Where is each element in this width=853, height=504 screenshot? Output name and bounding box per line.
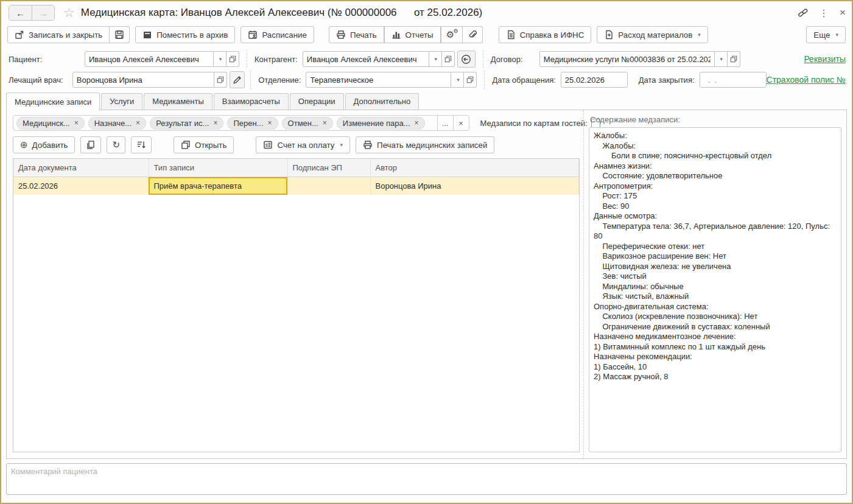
print-button[interactable]: Печать [329,26,384,43]
app-window: ← → ☆ Медицинская карта: Иванцов Алексей… [0,0,853,504]
gears-icon: ⚙⚙ [446,29,457,40]
page-title: Медицинская карта: Иванцов Алексей Алекс… [81,7,793,19]
department-open-button[interactable] [464,72,477,88]
close-date-input[interactable] [700,72,767,88]
patient-field-group: ▾ [85,51,239,67]
contract-input[interactable] [539,51,715,67]
tab-medical-records[interactable]: Медицинские записи [6,93,100,110]
add-icon: ⊕ [20,139,28,150]
invoice-icon: $ [263,140,273,150]
calendar-icon [248,30,258,40]
chip-close-icon[interactable]: × [323,119,327,127]
chip-close-icon[interactable]: × [136,119,140,127]
paperclip-icon [468,30,477,40]
open-icon [466,76,474,83]
column-header-date[interactable]: Дата документа [13,159,149,177]
counterparty-open-button[interactable] [442,51,455,67]
materials-expense-button[interactable]: Расход материалов ▾ [597,26,708,43]
tab-operations[interactable]: Операции [290,93,344,110]
doctor-field-group [72,72,227,88]
refresh-icon: ↻ [112,139,120,150]
sort-button[interactable] [131,136,152,153]
filter-chip[interactable]: Изменение пара...× [337,117,425,130]
patient-dropdown-button[interactable]: ▾ [214,51,226,67]
favorite-star-icon[interactable]: ☆ [63,5,75,20]
fill-from-patient-button[interactable] [457,51,476,68]
open-record-button[interactable]: Открыть [174,136,234,153]
tab-medications[interactable]: Медикаменты [144,93,212,110]
counterparty-input[interactable] [303,51,429,67]
tab-settlements[interactable]: Взаиморасчеты [214,93,289,110]
contract-field-group: ▾ [539,51,740,67]
close-date-label: Дата закрытия: [639,75,695,85]
forward-button[interactable]: → [32,5,54,20]
med-record-panel: Содержание медзаписи: Жалобы: Жалобы: Бо… [583,110,846,458]
nav-history-group: ← → [9,5,55,21]
department-input[interactable] [306,72,451,88]
open-icon [181,140,191,150]
visit-date-input[interactable] [561,72,628,88]
filter-chip[interactable]: Назначе...× [88,117,146,130]
copy-record-button[interactable] [80,136,101,153]
cell-type[interactable]: Приём врача-терапевта [149,177,287,195]
more-actions-button[interactable]: Еще ▾ [806,26,846,43]
med-record-content[interactable]: Жалобы: Жалобы: Боли в спине; пояснично-… [589,127,841,452]
filter-clear-button[interactable]: × [453,116,469,130]
close-icon[interactable]: × [840,7,846,19]
column-header-signed[interactable]: Подписан ЭП [287,159,370,177]
filter-chip[interactable]: Медицинск...× [16,117,85,130]
add-record-button[interactable]: ⊕ Добавить [13,136,75,153]
guest-records-option: Медзаписи по картам гостей: [480,119,600,128]
filter-more-button[interactable]: ... [437,116,453,130]
form-header: Пациент: ▾ Контрагент: ▾ Договор: ▾ [1,45,852,93]
settings-gears-button[interactable]: ⚙⚙ [441,26,463,43]
doctor-open-button[interactable] [214,72,227,88]
cell-date[interactable]: 25.02.2026 [13,177,149,195]
column-header-author[interactable]: Автор [370,159,579,177]
column-header-type[interactable]: Тип записи [149,159,287,177]
department-dropdown-button[interactable]: ▾ [451,72,464,88]
attachments-button[interactable] [463,26,483,43]
refresh-button[interactable]: ↻ [107,136,125,153]
filter-chip[interactable]: Результат ис...× [150,117,223,130]
counterparty-dropdown-button[interactable]: ▾ [429,51,442,67]
contract-dropdown-button[interactable]: ▾ [715,51,728,67]
filter-chip[interactable]: Перен...× [227,117,278,130]
archive-icon [142,30,152,40]
cell-signed[interactable] [287,177,370,195]
table-header-row: Дата документа Тип записи Подписан ЭП Ав… [13,159,579,177]
back-button[interactable]: ← [9,5,32,20]
chip-close-icon[interactable]: × [415,119,419,127]
chip-close-icon[interactable]: × [74,119,79,127]
guest-records-label: Медзаписи по картам гостей: [480,119,588,128]
more-menu-icon[interactable]: ⋮ [819,7,829,19]
patient-comment-input[interactable] [6,463,847,495]
tab-services[interactable]: Услуги [101,93,142,110]
table-row[interactable]: 25.02.2026 Приём врача-терапевта Воронцо… [13,177,579,195]
save-and-close-button[interactable]: Записать и закрыть [7,26,110,43]
patient-open-button[interactable] [226,51,239,67]
chip-close-icon[interactable]: × [213,119,217,127]
contract-open-button[interactable] [728,51,740,67]
title-bar: ← → ☆ Медицинская карта: Иванцов Алексей… [1,1,852,24]
department-field-group: ▾ [306,72,477,88]
bar-chart-icon [391,30,401,40]
invoice-button[interactable]: $ Счет на оплату ▾ [256,136,350,153]
tab-additional[interactable]: Дополнительно [345,93,419,110]
chip-close-icon[interactable]: × [268,119,272,127]
requisites-link[interactable]: Реквизиты [804,54,846,64]
reports-button[interactable]: Отчеты [384,26,441,43]
patient-input[interactable] [85,51,214,67]
get-link-icon[interactable] [798,8,808,18]
insurance-policy-link[interactable]: Страховой полис № [767,75,846,85]
archive-button[interactable]: Поместить в архив [135,26,235,43]
doctor-input[interactable] [72,72,214,88]
edit-doctor-button[interactable] [230,71,245,88]
save-button[interactable] [110,26,130,43]
print-medical-records-button[interactable]: Печать медицинских записей [356,136,494,153]
filter-chip[interactable]: Отмен...× [282,117,333,130]
ifns-certificate-button[interactable]: Справка в ИФНС [499,26,592,43]
schedule-button[interactable]: Расписание [240,26,314,43]
doctor-label: Лечащий врач: [9,75,72,85]
cell-author[interactable]: Воронцова Ирина [370,177,579,195]
